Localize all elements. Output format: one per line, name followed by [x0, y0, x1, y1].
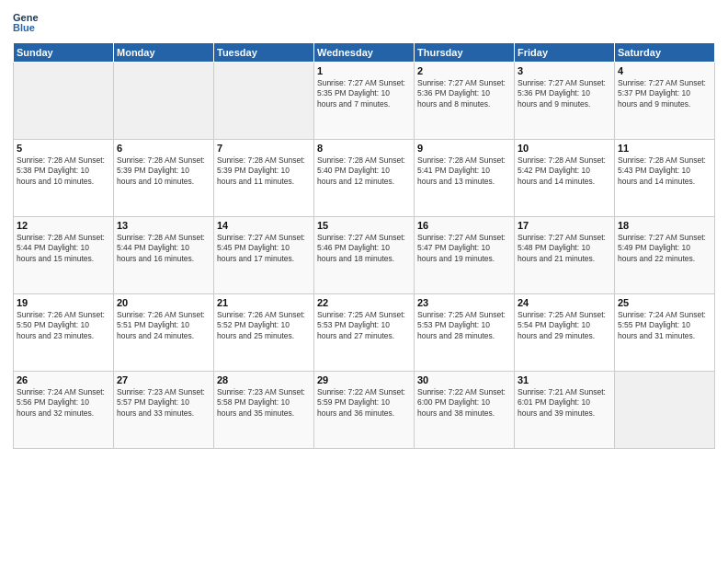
day-number: 19: [17, 297, 110, 308]
calendar-cell: 29Sunrise: 7:22 AM Sunset: 5:59 PM Dayli…: [314, 372, 415, 449]
calendar-cell: 5Sunrise: 7:28 AM Sunset: 5:38 PM Daylig…: [14, 140, 114, 217]
day-number: 5: [17, 143, 110, 154]
day-number: 1: [317, 65, 411, 76]
day-info: Sunrise: 7:25 AM Sunset: 5:53 PM Dayligh…: [317, 310, 411, 341]
day-info: Sunrise: 7:28 AM Sunset: 5:41 PM Dayligh…: [417, 155, 511, 187]
calendar-cell: 28Sunrise: 7:23 AM Sunset: 5:58 PM Dayli…: [214, 372, 314, 449]
day-info: Sunrise: 7:26 AM Sunset: 5:52 PM Dayligh…: [217, 310, 311, 341]
day-number: 20: [117, 297, 210, 308]
calendar-cell: [114, 63, 214, 140]
calendar-table: SundayMondayTuesdayWednesdayThursdayFrid…: [13, 42, 715, 449]
day-number: 12: [17, 220, 110, 231]
day-number: 13: [117, 220, 210, 231]
calendar-cell: 25Sunrise: 7:24 AM Sunset: 5:55 PM Dayli…: [615, 294, 715, 372]
day-info: Sunrise: 7:27 AM Sunset: 5:48 PM Dayligh…: [518, 233, 611, 264]
week-row-3: 12Sunrise: 7:28 AM Sunset: 5:44 PM Dayli…: [14, 217, 715, 294]
day-info: Sunrise: 7:23 AM Sunset: 5:58 PM Dayligh…: [217, 387, 311, 419]
day-info: Sunrise: 7:27 AM Sunset: 5:47 PM Dayligh…: [417, 233, 511, 264]
calendar-cell: 26Sunrise: 7:24 AM Sunset: 5:56 PM Dayli…: [14, 372, 114, 449]
calendar-cell: 7Sunrise: 7:28 AM Sunset: 5:39 PM Daylig…: [214, 140, 314, 217]
day-info: Sunrise: 7:26 AM Sunset: 5:50 PM Dayligh…: [17, 310, 110, 341]
calendar-cell: 11Sunrise: 7:28 AM Sunset: 5:43 PM Dayli…: [615, 140, 715, 217]
day-number: 18: [618, 220, 711, 231]
day-number: 6: [117, 143, 210, 154]
day-info: Sunrise: 7:21 AM Sunset: 6:01 PM Dayligh…: [518, 387, 611, 419]
day-info: Sunrise: 7:22 AM Sunset: 5:59 PM Dayligh…: [317, 387, 411, 419]
day-info: Sunrise: 7:24 AM Sunset: 5:56 PM Dayligh…: [17, 387, 110, 419]
calendar-cell: [615, 372, 715, 449]
day-info: Sunrise: 7:28 AM Sunset: 5:38 PM Dayligh…: [17, 155, 110, 187]
calendar-cell: 6Sunrise: 7:28 AM Sunset: 5:39 PM Daylig…: [114, 140, 214, 217]
day-number: 11: [618, 143, 711, 154]
day-info: Sunrise: 7:24 AM Sunset: 5:55 PM Dayligh…: [618, 310, 711, 341]
day-info: Sunrise: 7:23 AM Sunset: 5:57 PM Dayligh…: [117, 387, 210, 419]
day-info: Sunrise: 7:27 AM Sunset: 5:37 PM Dayligh…: [618, 78, 711, 109]
day-number: 17: [518, 220, 611, 231]
day-number: 24: [518, 297, 611, 308]
day-number: 28: [217, 374, 311, 385]
day-number: 26: [17, 374, 110, 385]
page-header: General Blue: [13, 9, 715, 35]
calendar-cell: 16Sunrise: 7:27 AM Sunset: 5:47 PM Dayli…: [415, 217, 515, 294]
day-number: 31: [518, 374, 611, 385]
day-info: Sunrise: 7:22 AM Sunset: 6:00 PM Dayligh…: [417, 387, 511, 419]
day-info: Sunrise: 7:28 AM Sunset: 5:42 PM Dayligh…: [518, 155, 611, 187]
day-number: 22: [317, 297, 411, 308]
calendar-cell: 10Sunrise: 7:28 AM Sunset: 5:42 PM Dayli…: [515, 140, 615, 217]
day-info: Sunrise: 7:28 AM Sunset: 5:39 PM Dayligh…: [117, 155, 210, 187]
calendar-cell: 19Sunrise: 7:26 AM Sunset: 5:50 PM Dayli…: [14, 294, 114, 372]
day-number: 16: [417, 220, 511, 231]
day-info: Sunrise: 7:27 AM Sunset: 5:46 PM Dayligh…: [317, 233, 411, 264]
day-number: 7: [217, 143, 311, 154]
weekday-header-sunday: Sunday: [14, 43, 114, 63]
calendar-cell: 23Sunrise: 7:25 AM Sunset: 5:53 PM Dayli…: [415, 294, 515, 372]
day-number: 2: [417, 65, 511, 76]
calendar-cell: 2Sunrise: 7:27 AM Sunset: 5:36 PM Daylig…: [415, 63, 515, 140]
calendar-cell: 4Sunrise: 7:27 AM Sunset: 5:37 PM Daylig…: [615, 63, 715, 140]
day-info: Sunrise: 7:28 AM Sunset: 5:40 PM Dayligh…: [317, 155, 411, 187]
weekday-header-saturday: Saturday: [615, 43, 715, 63]
weekday-header-wednesday: Wednesday: [314, 43, 415, 63]
day-info: Sunrise: 7:28 AM Sunset: 5:43 PM Dayligh…: [618, 155, 711, 187]
calendar-cell: 22Sunrise: 7:25 AM Sunset: 5:53 PM Dayli…: [314, 294, 415, 372]
day-number: 15: [317, 220, 411, 231]
calendar-cell: [14, 63, 114, 140]
day-number: 21: [217, 297, 311, 308]
calendar-cell: 9Sunrise: 7:28 AM Sunset: 5:41 PM Daylig…: [415, 140, 515, 217]
calendar-cell: 12Sunrise: 7:28 AM Sunset: 5:44 PM Dayli…: [14, 217, 114, 294]
day-info: Sunrise: 7:27 AM Sunset: 5:35 PM Dayligh…: [317, 78, 411, 109]
calendar-cell: 13Sunrise: 7:28 AM Sunset: 5:44 PM Dayli…: [114, 217, 214, 294]
calendar-cell: 18Sunrise: 7:27 AM Sunset: 5:49 PM Dayli…: [615, 217, 715, 294]
calendar-cell: 8Sunrise: 7:28 AM Sunset: 5:40 PM Daylig…: [314, 140, 415, 217]
day-number: 10: [518, 143, 611, 154]
logo-icon: General Blue: [13, 9, 39, 35]
calendar-cell: 20Sunrise: 7:26 AM Sunset: 5:51 PM Dayli…: [114, 294, 214, 372]
day-number: 3: [518, 65, 611, 76]
day-number: 25: [618, 297, 711, 308]
weekday-header-friday: Friday: [515, 43, 615, 63]
weekday-header-tuesday: Tuesday: [214, 43, 314, 63]
logo: General Blue: [13, 9, 39, 35]
day-info: Sunrise: 7:27 AM Sunset: 5:36 PM Dayligh…: [417, 78, 511, 109]
day-number: 30: [417, 374, 511, 385]
calendar-cell: 15Sunrise: 7:27 AM Sunset: 5:46 PM Dayli…: [314, 217, 415, 294]
day-number: 29: [317, 374, 411, 385]
day-info: Sunrise: 7:28 AM Sunset: 5:39 PM Dayligh…: [217, 155, 311, 187]
day-info: Sunrise: 7:26 AM Sunset: 5:51 PM Dayligh…: [117, 310, 210, 341]
calendar-cell: 30Sunrise: 7:22 AM Sunset: 6:00 PM Dayli…: [415, 372, 515, 449]
day-info: Sunrise: 7:25 AM Sunset: 5:54 PM Dayligh…: [518, 310, 611, 341]
calendar-cell: 17Sunrise: 7:27 AM Sunset: 5:48 PM Dayli…: [515, 217, 615, 294]
day-info: Sunrise: 7:28 AM Sunset: 5:44 PM Dayligh…: [117, 233, 210, 264]
day-info: Sunrise: 7:27 AM Sunset: 5:36 PM Dayligh…: [518, 78, 611, 109]
week-row-4: 19Sunrise: 7:26 AM Sunset: 5:50 PM Dayli…: [14, 294, 715, 372]
week-row-5: 26Sunrise: 7:24 AM Sunset: 5:56 PM Dayli…: [14, 372, 715, 449]
day-info: Sunrise: 7:27 AM Sunset: 5:45 PM Dayligh…: [217, 233, 311, 264]
day-info: Sunrise: 7:28 AM Sunset: 5:44 PM Dayligh…: [17, 233, 110, 264]
day-number: 9: [417, 143, 511, 154]
day-number: 27: [117, 374, 210, 385]
day-info: Sunrise: 7:27 AM Sunset: 5:49 PM Dayligh…: [618, 233, 711, 264]
calendar-cell: 31Sunrise: 7:21 AM Sunset: 6:01 PM Dayli…: [515, 372, 615, 449]
day-number: 4: [618, 65, 711, 76]
calendar-cell: 1Sunrise: 7:27 AM Sunset: 5:35 PM Daylig…: [314, 63, 415, 140]
day-number: 8: [317, 143, 411, 154]
